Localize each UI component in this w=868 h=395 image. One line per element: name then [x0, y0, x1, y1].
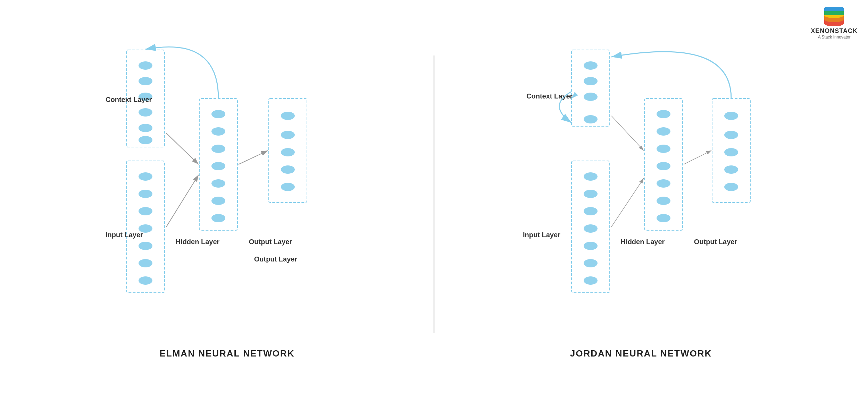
svg-point-52 — [584, 77, 598, 85]
svg-point-26 — [139, 276, 152, 285]
svg-point-70 — [657, 162, 670, 170]
svg-text:Hidden Layer: Hidden Layer — [621, 238, 665, 246]
svg-line-84 — [684, 151, 711, 164]
svg-point-25 — [139, 259, 152, 267]
svg-point-68 — [657, 127, 670, 136]
svg-point-17 — [139, 136, 152, 144]
svg-point-73 — [657, 214, 670, 222]
svg-point-39 — [281, 131, 295, 139]
svg-point-20 — [139, 172, 152, 181]
svg-line-45 — [166, 133, 199, 164]
jordan-network: Context Layer Input Layer — [442, 29, 840, 359]
svg-point-41 — [281, 165, 295, 174]
svg-point-64 — [584, 276, 598, 285]
svg-text:Output Layer: Output Layer — [694, 238, 737, 246]
elman-network: Context Layer Input Layer — [28, 29, 426, 359]
svg-point-22 — [139, 207, 152, 215]
svg-text:Hidden Layer: Hidden Layer — [176, 238, 220, 246]
svg-point-33 — [211, 179, 225, 188]
svg-point-61 — [584, 224, 598, 233]
svg-text:Output Layer: Output Layer — [254, 255, 298, 263]
svg-point-24 — [139, 242, 152, 250]
svg-point-80 — [724, 183, 738, 191]
svg-point-32 — [211, 162, 225, 170]
svg-line-82 — [611, 116, 644, 151]
svg-text:Input Layer: Input Layer — [106, 231, 143, 239]
svg-point-12 — [139, 61, 152, 70]
svg-point-35 — [211, 214, 225, 222]
svg-point-13 — [139, 77, 152, 85]
svg-point-62 — [584, 242, 598, 250]
divider — [433, 55, 435, 333]
svg-point-15 — [139, 108, 152, 117]
svg-point-34 — [211, 197, 225, 205]
svg-point-67 — [657, 110, 670, 118]
svg-point-58 — [584, 172, 598, 181]
elman-title: ELMAN NEURAL NETWORK — [159, 348, 294, 359]
svg-line-46 — [166, 175, 199, 227]
main-container: XENONSTACK A Stack Innovator — [0, 0, 868, 395]
svg-point-51 — [584, 61, 598, 70]
svg-point-54 — [584, 115, 598, 123]
svg-point-42 — [281, 183, 295, 191]
svg-point-63 — [584, 259, 598, 267]
svg-point-29 — [211, 110, 225, 118]
svg-point-76 — [724, 112, 738, 120]
svg-point-71 — [657, 179, 670, 188]
svg-point-60 — [584, 207, 598, 215]
svg-point-31 — [211, 145, 225, 153]
svg-point-72 — [657, 197, 670, 205]
svg-text:Context Layer: Context Layer — [106, 96, 152, 103]
svg-point-30 — [211, 127, 225, 136]
jordan-title: JORDAN NEURAL NETWORK — [570, 348, 712, 359]
svg-point-78 — [724, 148, 738, 156]
svg-point-53 — [584, 93, 598, 101]
svg-text:Input Layer: Input Layer — [523, 231, 560, 239]
svg-point-77 — [724, 131, 738, 139]
svg-point-40 — [281, 148, 295, 156]
svg-point-16 — [139, 124, 152, 132]
svg-point-38 — [281, 112, 295, 120]
svg-text:Output Layer: Output Layer — [249, 238, 292, 246]
svg-point-79 — [724, 165, 738, 174]
svg-point-21 — [139, 190, 152, 198]
svg-line-83 — [611, 178, 644, 227]
svg-point-69 — [657, 145, 670, 153]
svg-line-47 — [239, 151, 268, 164]
svg-point-59 — [584, 190, 598, 198]
